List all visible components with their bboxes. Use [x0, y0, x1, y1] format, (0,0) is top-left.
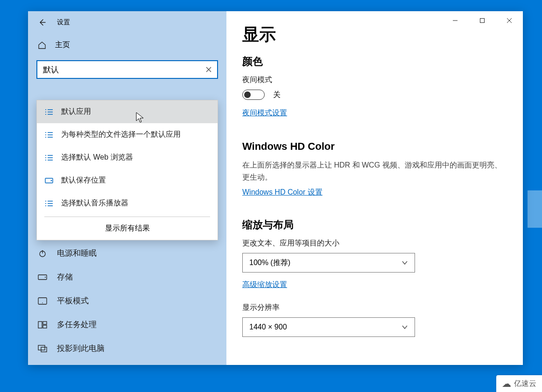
suggestion-label: 选择默认 Web 浏览器	[61, 153, 133, 162]
suggestion-item-default-apps[interactable]: 默认应用	[37, 100, 218, 123]
suggestion-item-file-types[interactable]: 为每种类型的文件选择一个默认应用	[37, 123, 218, 146]
nav-label: 多任务处理	[57, 319, 97, 330]
nav-label: 平板模式	[57, 295, 89, 306]
watermark-text: 亿速云	[514, 379, 536, 389]
nav-item-power[interactable]: 电源和睡眠	[28, 241, 226, 265]
resolution-label: 显示分辨率	[242, 303, 507, 313]
section-color-heading: 颜色	[242, 55, 507, 69]
search-wrap	[36, 60, 218, 79]
back-button[interactable]	[32, 12, 52, 33]
svg-rect-8	[43, 322, 47, 324]
resolution-select[interactable]: 1440 × 900	[242, 317, 415, 337]
scale-value: 100% (推荐)	[249, 258, 290, 268]
project-icon	[37, 345, 48, 352]
titlebar-left: 设置	[28, 11, 226, 34]
hdcolor-settings-link[interactable]: Windows HD Color 设置	[242, 188, 323, 197]
close-icon	[507, 18, 512, 23]
svg-point-1	[51, 180, 52, 181]
svg-rect-11	[41, 347, 47, 352]
suggestion-label: 默认应用	[61, 107, 91, 117]
minimize-icon	[452, 18, 458, 23]
suggestion-label: 默认保存位置	[61, 175, 106, 185]
maximize-icon	[479, 18, 485, 23]
chevron-down-icon	[401, 323, 408, 331]
list-icon	[44, 154, 54, 161]
night-mode-toggle-row: 关	[242, 90, 507, 100]
suggestion-label: 为每种类型的文件选择一个默认应用	[61, 130, 181, 140]
list-icon	[44, 200, 54, 207]
scale-select[interactable]: 100% (推荐)	[242, 253, 415, 273]
cloud-icon: ☁	[502, 378, 511, 389]
desktop-bg-accent	[528, 190, 542, 228]
toggle-knob	[244, 91, 251, 98]
nav-label: 电源和睡眠	[57, 248, 97, 259]
search-clear-button[interactable]	[203, 64, 214, 75]
power-icon	[37, 249, 48, 258]
tablet-icon	[37, 297, 48, 305]
arrow-left-icon	[38, 18, 46, 27]
night-mode-settings-link[interactable]: 夜间模式设置	[242, 108, 287, 118]
chevron-down-icon	[401, 259, 408, 267]
search-input[interactable]	[36, 60, 218, 79]
svg-rect-5	[38, 298, 47, 304]
home-nav-item[interactable]: 主页	[28, 34, 226, 56]
drive-icon	[44, 178, 54, 183]
suggestion-label: 选择默认音乐播放器	[61, 198, 128, 208]
storage-icon	[37, 274, 48, 280]
night-mode-toggle[interactable]	[242, 90, 265, 100]
night-mode-label: 夜间模式	[242, 75, 507, 85]
section-scale-heading: 缩放与布局	[242, 218, 507, 232]
nav-list: 电源和睡眠 存储 平板模式 多任务处理	[28, 241, 226, 360]
resolution-value: 1440 × 900	[249, 323, 287, 331]
hdcolor-description: 在上面所选择的显示器上让 HDR 和 WCG 视频、游戏和应用中的画面更明亮、更…	[242, 159, 507, 183]
search-suggestions-flyout: 默认应用 为每种类型的文件选择一个默认应用 选择默认 Web 浏览器 默认保存位…	[36, 100, 218, 240]
close-button[interactable]	[496, 11, 523, 30]
window-title: 设置	[57, 18, 70, 27]
multitask-icon	[37, 321, 48, 329]
maximize-button[interactable]	[469, 11, 496, 30]
home-label: 主页	[55, 40, 70, 50]
right-pane: 显示 颜色 夜间模式 关 夜间模式设置 Windows HD Color 在上面…	[226, 11, 523, 365]
nav-label: 投影到此电脑	[57, 343, 105, 354]
nav-item-tablet[interactable]: 平板模式	[28, 289, 226, 313]
content-area: 显示 颜色 夜间模式 关 夜间模式设置 Windows HD Color 在上面…	[226, 11, 523, 354]
svg-point-4	[45, 277, 46, 278]
svg-rect-7	[38, 322, 42, 328]
left-pane: 设置 主页 默认应用	[28, 11, 226, 365]
titlebar-controls	[442, 11, 523, 32]
scale-label: 更改文本、应用等项目的大小	[242, 238, 507, 248]
watermark: ☁ 亿速云	[496, 375, 542, 392]
section-hdcolor-heading: Windows HD Color	[242, 140, 507, 153]
advanced-scale-link[interactable]: 高级缩放设置	[242, 280, 287, 290]
suggestion-item-music-player[interactable]: 选择默认音乐播放器	[37, 192, 218, 215]
close-icon	[205, 66, 212, 73]
svg-rect-9	[43, 325, 47, 328]
list-icon	[44, 109, 54, 115]
toggle-state-label: 关	[273, 90, 281, 100]
suggestion-item-web-browser[interactable]: 选择默认 Web 浏览器	[37, 146, 218, 169]
minimize-button[interactable]	[442, 11, 469, 30]
nav-item-project[interactable]: 投影到此电脑	[28, 336, 226, 360]
svg-point-6	[42, 302, 43, 303]
show-all-results-button[interactable]: 显示所有结果	[37, 217, 218, 240]
nav-item-multitask[interactable]: 多任务处理	[28, 313, 226, 336]
settings-window: 设置 主页 默认应用	[28, 11, 523, 365]
list-icon	[44, 132, 54, 138]
home-icon	[37, 41, 47, 50]
nav-item-storage[interactable]: 存储	[28, 265, 226, 289]
suggestion-item-save-location[interactable]: 默认保存位置	[37, 169, 218, 192]
nav-label: 存储	[57, 272, 73, 282]
svg-rect-10	[38, 345, 45, 350]
svg-rect-12	[480, 19, 485, 23]
